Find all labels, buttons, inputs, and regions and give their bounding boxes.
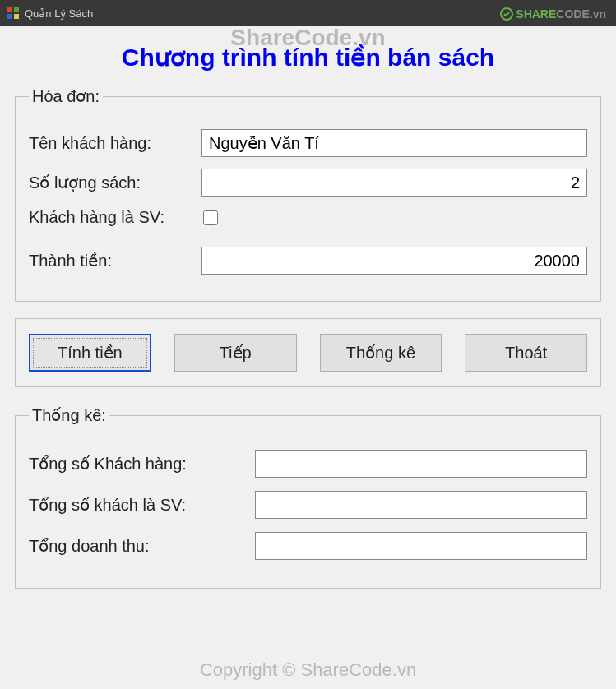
total-sv-input[interactable]	[255, 491, 587, 519]
revenue-label: Tổng doanh thu:	[29, 536, 255, 556]
watermark-logo: SHARECODE.vn	[499, 7, 606, 21]
app-icon	[7, 7, 20, 20]
invoice-group: Hóa đơn: Tên khách hàng: Số lượng sách: …	[15, 86, 601, 302]
svg-rect-2	[7, 14, 12, 19]
calc-button[interactable]: Tính tiền	[29, 334, 151, 372]
sv-checkbox[interactable]	[203, 210, 218, 225]
total-input[interactable]	[201, 247, 587, 275]
svg-rect-1	[14, 7, 19, 12]
total-customers-label: Tổng số Khách hàng:	[29, 454, 255, 474]
customer-input[interactable]	[201, 129, 587, 157]
button-bar: Tính tiền Tiếp Thống kê Thoát	[15, 318, 601, 387]
total-label: Thành tiền:	[29, 251, 201, 271]
next-button[interactable]: Tiếp	[174, 334, 297, 372]
exit-button[interactable]: Thoát	[465, 334, 587, 372]
customer-label: Tên khách hàng:	[29, 134, 201, 153]
stats-button[interactable]: Thống kê	[320, 334, 442, 372]
form-body: Chương trình tính tiền bán sách Hóa đơn:…	[0, 26, 616, 689]
qty-label: Số lượng sách:	[29, 173, 201, 192]
qty-input[interactable]	[201, 169, 587, 197]
total-customers-input[interactable]	[255, 450, 587, 478]
page-title: Chương trình tính tiền bán sách	[15, 43, 601, 72]
svg-rect-3	[14, 14, 19, 19]
stats-group: Thống kê: Tổng số Khách hàng: Tổng số kh…	[15, 405, 601, 589]
total-sv-label: Tổng số khách là SV:	[29, 495, 255, 515]
invoice-legend: Hóa đơn:	[29, 86, 103, 106]
revenue-input[interactable]	[255, 532, 587, 560]
stats-legend: Thống kê:	[29, 405, 109, 425]
svg-rect-0	[7, 7, 12, 12]
window-title: Quản Lý Sách	[25, 7, 93, 20]
sv-label: Khách hàng là SV:	[29, 208, 201, 227]
